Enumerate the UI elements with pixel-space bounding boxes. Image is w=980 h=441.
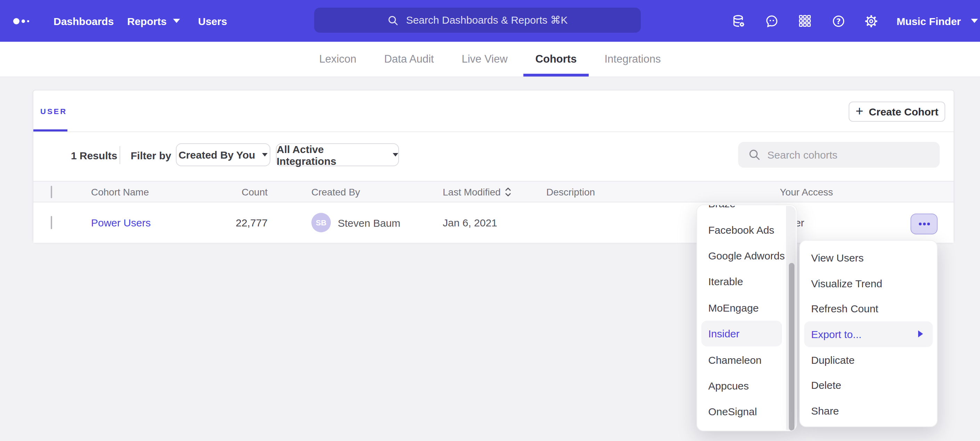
search-icon [387, 14, 399, 26]
nav-users[interactable]: Users [198, 0, 227, 42]
table-row: Power Users 22,777 SB Steven Baum Jan 6,… [33, 203, 954, 243]
chevron-down-icon [393, 153, 398, 157]
tab-data-audit[interactable]: Data Audit [384, 42, 434, 77]
menu-item-visualize-trend[interactable]: Visualize Trend [800, 270, 937, 296]
nav-reports[interactable]: Reports [127, 0, 180, 42]
feedback-icon[interactable] [763, 13, 780, 29]
cohort-search [738, 142, 940, 168]
submenu-item-iterable[interactable]: Iterable [697, 268, 797, 295]
tab-user-cohorts[interactable]: USER [40, 107, 67, 115]
cohort-count: 22,777 [205, 217, 267, 228]
menu-item-export-to[interactable]: Export to... [804, 321, 933, 347]
submenu-item-moengage[interactable]: MoEngage [697, 295, 797, 321]
last-modified-cell: Jan 6, 2021 [443, 217, 497, 228]
global-search-placeholder: Search Dashboards & Reports ⌘K [406, 14, 568, 26]
ellipsis-icon [918, 222, 921, 225]
column-your-access[interactable]: Your Access [780, 186, 833, 197]
submenu-item-onesignal[interactable]: OneSignal [697, 399, 797, 425]
sort-icon [505, 187, 512, 197]
section-tabs: Lexicon Data Audit Live View Cohorts Int… [0, 42, 980, 77]
divider [119, 146, 120, 164]
cohorts-card: USER + Create Cohort 1 Results Filter by… [33, 90, 954, 243]
nav-dashboards-label: Dashboards [54, 15, 114, 27]
row-actions-button[interactable] [910, 214, 938, 235]
nav-users-label: Users [198, 15, 227, 27]
nav-reports-label: Reports [127, 15, 167, 27]
cohort-search-input[interactable] [738, 142, 940, 168]
tab-integrations[interactable]: Integrations [605, 42, 661, 77]
cohort-name-link[interactable]: Power Users [91, 217, 151, 228]
menu-item-delete[interactable]: Delete [800, 372, 937, 398]
svg-text:?: ? [836, 17, 841, 26]
plus-icon: + [856, 104, 863, 118]
menu-item-duplicate[interactable]: Duplicate [800, 347, 937, 372]
avatar: SB [311, 213, 331, 232]
tab-live-view[interactable]: Live View [461, 42, 508, 77]
column-count[interactable]: Count [205, 186, 267, 197]
column-description[interactable]: Description [546, 186, 595, 197]
row-checkbox[interactable] [51, 216, 52, 229]
divider [33, 131, 954, 132]
column-cohort-name[interactable]: Cohort Name [91, 186, 149, 197]
global-search-input[interactable]: Search Dashboards & Reports ⌘K [314, 8, 641, 33]
filter-by-label: Filter by [130, 150, 171, 161]
chevron-down-icon [262, 153, 267, 157]
menu-item-share[interactable]: Share [800, 398, 937, 423]
create-cohort-button[interactable]: + Create Cohort [849, 102, 945, 122]
nav-dashboards[interactable]: Dashboards [54, 0, 114, 42]
menu-item-view-users[interactable]: View Users [800, 245, 937, 270]
created-by-cell: SB Steven Baum [311, 213, 400, 232]
integrations-filter-dropdown[interactable]: All Active Integrations [276, 143, 399, 166]
results-count: 1 Results [71, 150, 117, 161]
mixpanel-logo-icon[interactable] [13, 0, 29, 42]
tab-lexicon[interactable]: Lexicon [319, 42, 356, 77]
created-by-filter-dropdown[interactable]: Created By You [176, 143, 270, 166]
submenu-item-facebook-ads[interactable]: Facebook Ads [697, 217, 797, 243]
select-all-checkbox[interactable] [51, 185, 52, 198]
column-last-modified[interactable]: Last Modified [443, 186, 512, 197]
submenu-item-braze[interactable]: Braze [697, 205, 797, 217]
chevron-down-icon [173, 19, 180, 23]
project-name-label: Music Finder [897, 15, 961, 27]
project-switcher[interactable]: Music Finder [897, 0, 978, 42]
data-settings-icon[interactable] [730, 13, 746, 29]
submenu-item-insider[interactable]: Insider [701, 321, 782, 347]
submenu-item-appcues[interactable]: Appcues [697, 372, 797, 399]
settings-gear-icon[interactable] [862, 13, 879, 29]
chevron-down-icon [970, 19, 978, 23]
tab-cohorts[interactable]: Cohorts [536, 42, 577, 77]
apps-grid-icon[interactable] [797, 13, 813, 29]
top-navbar: Dashboards Reports Users Search Dashboar… [0, 0, 980, 42]
submenu-arrow-icon [918, 331, 923, 338]
submenu-scrollbar-thumb[interactable] [789, 263, 794, 431]
submenu-item-chameleon[interactable]: Chameleon [697, 347, 797, 373]
export-submenu: Braze Facebook Ads Google Adwords Iterab… [697, 205, 797, 431]
table-header: Cohort Name Count Created By Last Modifi… [33, 181, 954, 203]
submenu-item-google-adwords[interactable]: Google Adwords [697, 243, 797, 269]
app-screen: Dashboards Reports Users Search Dashboar… [0, 0, 980, 441]
search-icon [748, 148, 761, 161]
menu-item-refresh-count[interactable]: Refresh Count [800, 296, 937, 321]
column-created-by[interactable]: Created By [311, 186, 360, 197]
created-by-name: Steven Baum [338, 217, 400, 228]
help-icon[interactable]: ? [830, 13, 846, 29]
row-context-menu: View Users Visualize Trend Refresh Count… [799, 240, 938, 427]
